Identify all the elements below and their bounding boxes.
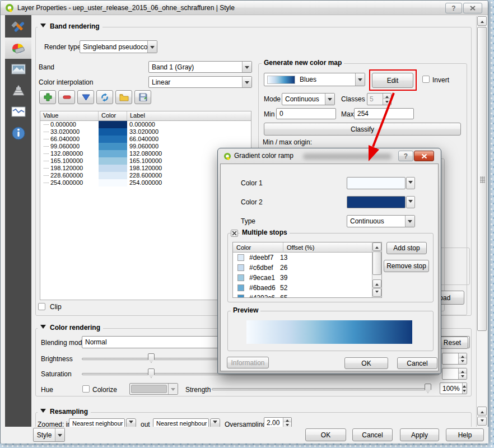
ok-button[interactable]: OK (305, 428, 346, 441)
collapse-arrow-icon (40, 325, 46, 332)
sidebar-item-transparency[interactable] (5, 59, 31, 80)
stops-scroll-down-button[interactable] (372, 288, 381, 297)
load-color-map-button[interactable] (115, 90, 132, 104)
color2-swatch[interactable] (347, 196, 406, 208)
remove-stop-button[interactable]: Remove stop (384, 260, 429, 272)
saturation-spinner[interactable] (442, 368, 467, 380)
stop-row[interactable]: #9ecae1 39 (233, 273, 381, 283)
window-help-button[interactable]: ? (445, 3, 462, 13)
gradient-preview-bar (246, 320, 412, 344)
cell-value: 228.600000 (50, 172, 83, 179)
table-row[interactable]: 33.020000 33.020000 (40, 128, 251, 136)
stops-header-color[interactable]: Color (233, 242, 283, 252)
sidebar-item-metadata[interactable] (5, 123, 31, 144)
sidebar-item-pyramids[interactable] (5, 80, 31, 101)
sort-button[interactable] (77, 90, 94, 104)
chevron-down-icon (408, 200, 413, 205)
resampling-section-title[interactable]: Resampling (38, 408, 91, 416)
chevron-down-icon (213, 421, 217, 426)
window-close-button[interactable] (463, 3, 482, 13)
color-rendering-section-title[interactable]: Color rendering (38, 324, 103, 332)
chevron-down-icon (242, 77, 251, 87)
stops-scroll-up-button-2[interactable] (372, 279, 381, 288)
color2-label: Color 2 (241, 198, 263, 206)
stop-row[interactable]: #4292c6 65 (233, 293, 381, 298)
stops-scroll-up-button[interactable] (372, 242, 381, 251)
dialog-ok-button[interactable]: OK (344, 357, 388, 369)
apply-button[interactable]: Apply (400, 428, 439, 441)
sidebar-item-histogram[interactable] (5, 101, 31, 123)
header-label[interactable]: Label (127, 111, 251, 120)
vertical-scrollbar[interactable] (476, 16, 487, 427)
sidebar-item-general[interactable] (5, 16, 31, 38)
remove-entry-button[interactable] (58, 90, 75, 104)
tree-branch-icon (44, 124, 49, 125)
stops-scrollbar[interactable] (372, 242, 381, 298)
colorize-swatch (131, 385, 167, 393)
add-stop-button[interactable]: Add stop (386, 242, 427, 254)
scrollbar-thumb[interactable] (477, 27, 487, 331)
sidebar-item-style[interactable] (5, 38, 31, 59)
stop-row[interactable]: #deebf7 13 (233, 253, 381, 263)
spinner-arrows[interactable] (462, 383, 467, 394)
stops-scroll-thumb[interactable] (372, 251, 381, 275)
strength-spinner[interactable]: 100% (440, 382, 467, 394)
style-menu-button[interactable]: Style (33, 428, 65, 442)
information-button[interactable]: Information (227, 357, 269, 368)
chevron-down-icon (325, 94, 334, 105)
color2-dropdown-button[interactable] (406, 196, 415, 208)
min-input[interactable]: 0 (276, 108, 336, 119)
desktop: Layer Properties - uep_uster_release_201… (0, 0, 494, 448)
scroll-down-button[interactable] (477, 417, 487, 426)
stop-hex: #9ecae1 (249, 274, 275, 282)
pyramids-icon (11, 83, 26, 99)
table-row[interactable]: 66.040000 66.040000 (40, 136, 251, 143)
dialog-cancel-button[interactable]: Cancel (397, 357, 437, 369)
mode-combo[interactable]: Continuous (282, 93, 335, 105)
colorize-checkbox[interactable] (82, 385, 90, 393)
folder-icon (119, 94, 129, 101)
stops-header-offset[interactable]: Offset (%) (283, 242, 381, 252)
refresh-button[interactable] (96, 90, 113, 104)
spinner-arrows[interactable] (458, 368, 467, 379)
add-entry-button[interactable] (39, 90, 56, 104)
brightness-spinner[interactable] (442, 353, 467, 365)
min-value: 0 (279, 110, 283, 118)
band-label: Band (39, 63, 54, 71)
color-interpolation-combo[interactable]: Linear (148, 76, 252, 88)
title-bar[interactable]: Layer Properties - uep_uster_release_201… (1, 1, 488, 15)
save-color-map-button[interactable] (134, 90, 151, 104)
header-value[interactable]: Value (40, 111, 99, 120)
cell-value: 254.000000 (50, 179, 83, 186)
band-rendering-section-title[interactable]: Band rendering (38, 22, 102, 30)
color1-dropdown-button[interactable] (406, 177, 415, 189)
stop-color-swatch (237, 274, 244, 281)
color1-swatch[interactable] (347, 177, 406, 189)
min-label: Min (264, 110, 274, 118)
tree-branch-icon (44, 153, 49, 154)
scroll-up-button-2[interactable] (477, 407, 487, 416)
strength-slider[interactable] (212, 388, 430, 390)
table-header-row[interactable]: Value Color Label (40, 111, 251, 121)
scroll-up-button[interactable] (477, 16, 487, 26)
header-color[interactable]: Color (99, 111, 127, 120)
spinner-arrows[interactable] (458, 353, 467, 364)
stops-header-row[interactable]: Color Offset (%) (233, 242, 381, 253)
band-combo[interactable]: Band 1 (Gray) (148, 61, 252, 73)
multiple-stops-checkbox[interactable] (231, 230, 238, 237)
spinner-arrows[interactable] (283, 418, 291, 427)
render-type-combo[interactable]: Singleband pseudocolor (80, 40, 157, 53)
help-button[interactable]: Help (446, 428, 484, 441)
stop-row[interactable]: #c6dbef 26 (233, 263, 381, 273)
stops-table[interactable]: Color Offset (%) #deebf7 13 (232, 242, 382, 298)
close-icon (470, 6, 476, 11)
clip-checkbox[interactable] (38, 303, 45, 310)
cell-value: 0.000000 (50, 121, 76, 128)
type-combo[interactable]: Continuous (347, 215, 415, 227)
type-value: Continuous (347, 216, 405, 227)
collapse-arrow-icon (40, 409, 46, 416)
cancel-button[interactable]: Cancel (352, 428, 393, 441)
stop-row[interactable]: #6baed6 52 (233, 283, 381, 293)
colorize-color-swatch[interactable] (129, 383, 178, 395)
table-row[interactable]: 0.000000 0.000000 (40, 121, 251, 128)
